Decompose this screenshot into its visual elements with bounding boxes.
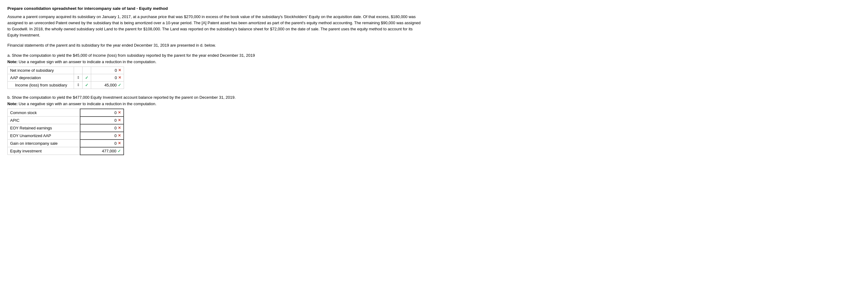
section-b-label-cell-0: Common stock — [8, 109, 81, 117]
note-text: Use a negative sign with an answer to in… — [19, 60, 157, 64]
section-b-value-1[interactable]: 0✕ — [80, 117, 124, 124]
section-b-value-3[interactable]: 0✕ — [80, 132, 124, 139]
section-b-value-check-5: ✓ — [118, 149, 121, 153]
note-label: Note: — [7, 60, 18, 64]
section-b-value-text-0: 0 — [115, 110, 117, 115]
section-b-x-mark-4: ✕ — [118, 141, 121, 145]
section-b-label-cell-5: Equity investment — [8, 147, 81, 155]
section-b-value-text-5: 477,000 — [102, 149, 116, 153]
section-a-table: Net income of subsidiary0✕AAP depreciati… — [7, 67, 422, 89]
section-a-label-cell-2: Income (loss) from subsidiary — [8, 81, 74, 89]
section-b-label-cell-3: EOY Unamortized AAP — [8, 132, 81, 139]
section-b-x-mark-0: ✕ — [118, 110, 121, 115]
section-a-x-mark-0: ✕ — [118, 68, 121, 72]
section-a-value-text-0: 0 — [115, 68, 117, 73]
section-b-x-mark-2: ✕ — [118, 126, 121, 130]
section-a-check-empty-0 — [83, 67, 91, 74]
section-a-empty-0 — [74, 67, 83, 74]
section-b-value-text-3: 0 — [115, 133, 117, 138]
section-b-label-cell-2: EOY Retained earnings — [8, 124, 81, 132]
section-b-value-text-2: 0 — [115, 126, 117, 130]
section-a-value-text-1: 0 — [115, 75, 117, 80]
section-a-value-1[interactable]: 0✕ — [91, 74, 124, 81]
section-a-arrow-1[interactable]: ⇕ — [74, 74, 83, 81]
section-b-label-cell-4: Gain on intercompany sale — [8, 139, 81, 147]
section-a-check-1: ✓ — [83, 74, 91, 81]
section-a-check-2: ✓ — [83, 81, 91, 89]
financial-statement-note: Financial statements of the parent and i… — [7, 43, 422, 47]
section-a-x-mark-1: ✕ — [118, 75, 121, 80]
section-a-value-text-2: 45,000 — [104, 83, 117, 88]
section-a-label-cell-1: AAP depreciation — [8, 74, 74, 81]
section-b-label-cell-1: APIC — [8, 117, 81, 124]
section-a-value-0[interactable]: 0✕ — [91, 67, 124, 74]
section-b-value-2[interactable]: 0✕ — [80, 124, 124, 132]
section-b-value-4[interactable]: 0✕ — [80, 139, 124, 147]
section-b-table: Common stock0✕APIC0✕EOY Retained earning… — [7, 108, 422, 155]
page-container: Prepare consolidation spreadsheet for in… — [7, 6, 422, 155]
page-title: Prepare consolidation spreadsheet for in… — [7, 6, 422, 11]
note-b-text: Use a negative sign with an answer to in… — [19, 101, 157, 106]
section-b-value-0[interactable]: 0✕ — [80, 109, 124, 117]
section-b-value-5[interactable]: 477,000✓ — [80, 147, 124, 155]
section-b-value-text-4: 0 — [115, 141, 117, 146]
section-b-x-mark-3: ✕ — [118, 133, 121, 138]
note-b-label: Note: — [7, 101, 18, 106]
section-b-x-mark-1: ✕ — [118, 118, 121, 122]
section-a-label: a. Show the computation to yield the $45… — [7, 53, 422, 58]
section-a-label-cell-0: Net income of subsidiary — [8, 67, 74, 74]
description-text: Assume a parent company acquired its sub… — [7, 14, 422, 39]
section-b-value-text-1: 0 — [115, 118, 117, 123]
section-a-value-2[interactable]: 45,000✓ — [91, 81, 124, 89]
section-b-label: b. Show the computation to yield the $47… — [7, 95, 422, 100]
section-a-arrow-2[interactable]: ⇕ — [74, 81, 83, 89]
section-a-note: Note: Use a negative sign with an answer… — [7, 60, 422, 64]
section-b-note: Note: Use a negative sign with an answer… — [7, 101, 422, 106]
section-a-value-check-2: ✓ — [118, 83, 121, 88]
